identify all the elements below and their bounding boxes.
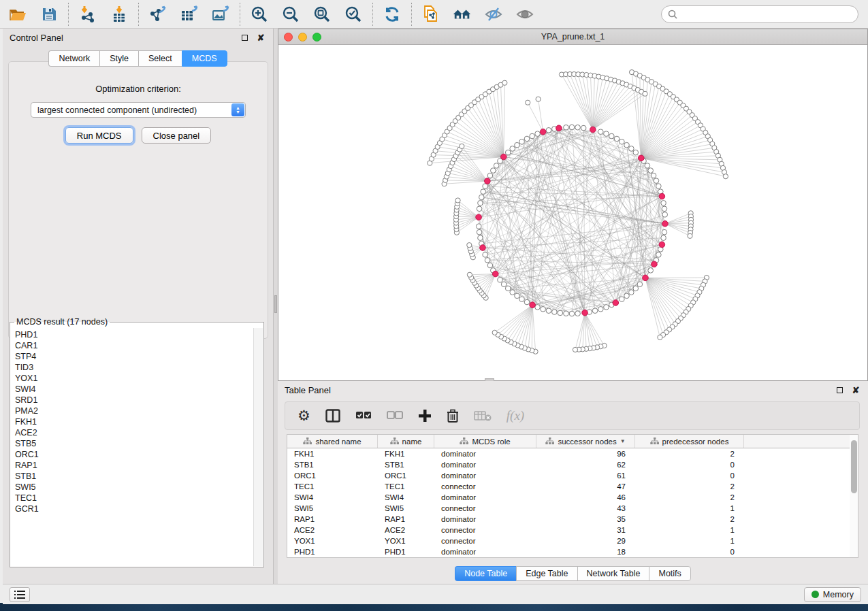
table-row[interactable]: PHD1PHD1dominator180 xyxy=(287,546,856,557)
ring-node[interactable] xyxy=(620,139,625,145)
mcds-result-item[interactable]: FKH1 xyxy=(15,416,253,427)
ring-node[interactable] xyxy=(662,229,667,235)
table-row[interactable]: STB1STB1dominator620 xyxy=(287,459,856,470)
mcds-result-item[interactable]: PHD1 xyxy=(15,329,253,340)
mcds-result-list[interactable]: PHD1CAR1STP4TID3YOX1SWI4SRD1PMA2FKH1ACE2… xyxy=(11,328,253,566)
leaf-node[interactable] xyxy=(492,330,497,335)
window-close-icon[interactable] xyxy=(284,33,293,42)
leaf-node[interactable] xyxy=(658,335,662,340)
ring-node[interactable] xyxy=(614,136,620,142)
table-panel-float-button[interactable] xyxy=(834,384,845,395)
mcds-hub-node[interactable] xyxy=(530,302,536,308)
export-network-icon[interactable] xyxy=(148,5,167,24)
mcds-hub-node[interactable] xyxy=(480,245,486,251)
ring-node[interactable] xyxy=(505,286,511,291)
column-header-MCDS-role[interactable]: MCDS role xyxy=(434,435,536,448)
ring-node[interactable] xyxy=(515,142,520,148)
ring-node[interactable] xyxy=(604,305,609,310)
mcds-hub-node[interactable] xyxy=(476,214,482,220)
ring-node[interactable] xyxy=(575,311,581,316)
search-input[interactable] xyxy=(681,10,852,19)
ring-node[interactable] xyxy=(487,173,493,178)
column-header-shared-name[interactable]: shared name xyxy=(287,435,378,448)
import-table-icon[interactable] xyxy=(110,5,129,24)
ring-node[interactable] xyxy=(604,131,609,137)
leaf-node[interactable] xyxy=(526,100,530,105)
mcds-hub-node[interactable] xyxy=(582,310,588,316)
ring-node[interactable] xyxy=(629,146,634,152)
mcds-hub-node[interactable] xyxy=(590,127,596,133)
table-row[interactable]: RAP1RAP1dominator352 xyxy=(287,514,856,525)
first-neighbors-icon[interactable] xyxy=(453,5,472,24)
ring-node[interactable] xyxy=(598,129,604,135)
ring-node[interactable] xyxy=(656,252,662,258)
mcds-result-item[interactable]: ACE2 xyxy=(15,427,253,438)
zoom-in-icon[interactable] xyxy=(250,5,269,24)
mcds-hub-node[interactable] xyxy=(662,220,669,227)
ring-node[interactable] xyxy=(564,311,569,316)
ring-node[interactable] xyxy=(485,258,490,263)
ring-node[interactable] xyxy=(478,201,483,206)
ring-node[interactable] xyxy=(564,125,569,130)
ring-node[interactable] xyxy=(510,146,515,152)
window-minimize-icon[interactable] xyxy=(298,33,307,42)
leaf-node[interactable] xyxy=(573,347,577,352)
ring-node[interactable] xyxy=(656,184,662,189)
mcds-result-item[interactable]: STB5 xyxy=(15,438,253,449)
window-maximize-icon[interactable] xyxy=(312,33,321,42)
leaf-node[interactable] xyxy=(467,272,472,277)
control-panel-float-button[interactable] xyxy=(239,32,250,43)
ring-node[interactable] xyxy=(569,311,575,316)
ring-node[interactable] xyxy=(661,201,666,206)
ring-node[interactable] xyxy=(575,125,581,130)
table-row[interactable]: ORC1ORC1dominator610 xyxy=(287,470,856,481)
ring-node[interactable] xyxy=(624,293,630,299)
table-row[interactable]: YOX1YOX1connector291 xyxy=(287,535,856,546)
ring-node[interactable] xyxy=(524,299,530,305)
leaf-node[interactable] xyxy=(688,233,692,238)
ring-node[interactable] xyxy=(546,308,551,314)
task-history-button[interactable] xyxy=(10,587,30,602)
tab-network[interactable]: Network xyxy=(48,50,99,67)
mcds-result-item[interactable]: ORC1 xyxy=(15,449,253,460)
mcds-result-item[interactable]: STP4 xyxy=(15,351,253,362)
ring-node[interactable] xyxy=(648,168,654,174)
ring-node[interactable] xyxy=(519,297,525,302)
table-row[interactable]: ACE2ACE2connector311 xyxy=(287,525,856,535)
ring-node[interactable] xyxy=(535,305,541,310)
mcds-hub-node[interactable] xyxy=(540,129,546,135)
delete-column-icon[interactable] xyxy=(447,409,459,423)
mcds-result-item[interactable]: YOX1 xyxy=(15,373,253,384)
leaf-node[interactable] xyxy=(502,80,507,85)
leaf-node[interactable] xyxy=(536,97,541,101)
ring-node[interactable] xyxy=(476,224,481,229)
ring-node[interactable] xyxy=(546,128,551,133)
save-session-icon[interactable] xyxy=(39,5,59,24)
leaf-node[interactable] xyxy=(460,144,464,148)
ring-node[interactable] xyxy=(654,178,659,184)
ring-node[interactable] xyxy=(648,268,654,274)
mcds-hub-node[interactable] xyxy=(652,261,658,267)
mcds-result-item[interactable]: CAR1 xyxy=(15,340,253,351)
mcds-result-item[interactable]: SRD1 xyxy=(15,395,253,406)
tab-network-table[interactable]: Network Table xyxy=(577,566,649,581)
ring-node[interactable] xyxy=(637,282,643,287)
mcds-result-item[interactable]: STB1 xyxy=(15,471,253,482)
ring-node[interactable] xyxy=(569,125,575,130)
mcds-result-item[interactable]: TEC1 xyxy=(15,493,253,503)
ring-node[interactable] xyxy=(478,235,483,241)
ring-node[interactable] xyxy=(479,195,485,200)
ring-node[interactable] xyxy=(535,131,541,137)
ring-node[interactable] xyxy=(624,142,630,148)
ring-node[interactable] xyxy=(505,150,511,155)
mcds-hub-node[interactable] xyxy=(639,155,645,161)
ring-node[interactable] xyxy=(541,306,546,312)
ring-node[interactable] xyxy=(552,310,558,315)
close-panel-button[interactable]: Close panel xyxy=(142,127,212,144)
export-image-icon[interactable] xyxy=(211,5,230,24)
mcds-hub-node[interactable] xyxy=(485,178,491,184)
show-columns-icon[interactable] xyxy=(325,409,340,423)
deselect-all-rows-icon[interactable] xyxy=(387,411,403,420)
mcds-hub-node[interactable] xyxy=(492,271,498,277)
ring-node[interactable] xyxy=(483,184,488,189)
